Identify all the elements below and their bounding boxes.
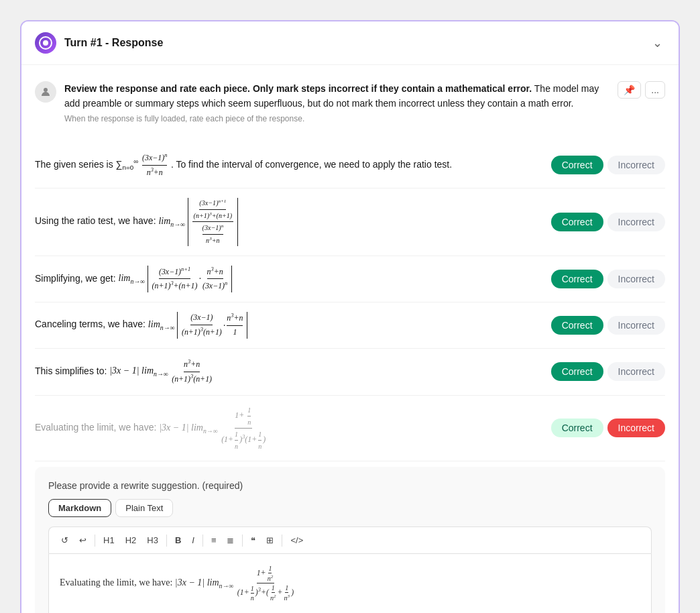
editor-toolbar: ↺ ↩ H1 H2 H3 B I ≡ ≣ ❝ ⊞ </>	[48, 526, 652, 553]
step-row-incorrect: Evaluating the limit, we have: |3x − 1| …	[35, 396, 665, 462]
svg-point-1	[43, 40, 48, 46]
toolbar-divider	[166, 535, 167, 547]
toolbar-divider	[242, 535, 243, 547]
toolbar-ul[interactable]: ≡	[207, 533, 221, 548]
turn-header-left: Turn #1 - Response	[35, 32, 163, 54]
toolbar-bold[interactable]: B	[171, 533, 185, 548]
step-row: Canceling terms, we have: limn→∞ (3x−1) …	[35, 302, 665, 349]
toolbar-divider	[95, 535, 95, 547]
toolbar-undo[interactable]: ↩	[75, 533, 91, 548]
instruction-actions: 📌 ...	[618, 81, 665, 99]
step-text: Evaluating the limit, we have: |3x − 1| …	[35, 405, 540, 452]
incorrect-button[interactable]: Incorrect	[607, 213, 665, 231]
step-actions: Correct Incorrect	[551, 316, 665, 335]
step-actions: Correct Incorrect	[551, 362, 665, 381]
correct-button[interactable]: Correct	[551, 270, 603, 288]
correct-button[interactable]: Correct	[551, 362, 603, 381]
step-row: Simplifying, we get: limn→∞ (3x−1)n+1 (n…	[35, 256, 665, 303]
toolbar-table[interactable]: ⊞	[262, 533, 278, 548]
step-text: Simplifying, we get: limn→∞ (3x−1)n+1 (n…	[35, 266, 540, 293]
tab-group: Markdown Plain Text	[48, 499, 652, 517]
tab-markdown[interactable]: Markdown	[48, 499, 111, 517]
collapse-button[interactable]: ⌄	[650, 33, 665, 53]
toolbar-divider	[202, 535, 203, 547]
rewrite-label: Please provide a rewrite suggestion. (re…	[48, 480, 652, 491]
step-actions: Correct Incorrect	[551, 213, 665, 231]
step-actions: Correct Incorrect	[551, 270, 665, 288]
instruction-content: Review the response and rate each piece.…	[64, 81, 609, 123]
instruction-main: Review the response and rate each piece.…	[64, 81, 609, 111]
step-row: This simplifies to: |3x − 1| limn→∞ n3+n…	[35, 349, 665, 396]
step-row: Using the ratio test, we have: limn→∞ (3…	[35, 188, 665, 256]
correct-button[interactable]: Correct	[551, 419, 603, 437]
step-row: The given series is ∑n=0∞ (3x−1)n n3+n .…	[35, 142, 665, 189]
step-text: Canceling terms, we have: limn→∞ (3x−1) …	[35, 312, 540, 339]
toolbar-h3[interactable]: H3	[143, 533, 162, 548]
instruction-bold: Review the response and rate each piece.…	[64, 83, 532, 94]
tab-plaintext[interactable]: Plain Text	[115, 499, 173, 517]
user-avatar	[35, 81, 56, 103]
instruction-sub: When the response is fully loaded, rate …	[64, 114, 609, 123]
correct-button[interactable]: Correct	[551, 156, 603, 174]
step-actions: Correct Incorrect	[551, 156, 665, 174]
incorrect-button[interactable]: Incorrect	[607, 419, 665, 437]
correct-button[interactable]: Correct	[551, 213, 603, 231]
turn-card: Turn #1 - Response ⌄ Review the response…	[20, 20, 680, 613]
step-actions: Correct Incorrect	[551, 419, 665, 437]
turn-body: Review the response and rate each piece.…	[21, 65, 679, 613]
editor-content[interactable]: Evaluating the limit, we have: |3x − 1| …	[48, 553, 652, 613]
logo-icon	[35, 32, 56, 54]
toolbar-quote[interactable]: ❝	[247, 533, 259, 548]
incorrect-button[interactable]: Incorrect	[607, 316, 665, 335]
pin-button[interactable]: 📌	[618, 81, 641, 99]
toolbar-refresh[interactable]: ↺	[57, 533, 72, 548]
toolbar-h2[interactable]: H2	[121, 533, 141, 548]
step-text: Using the ratio test, we have: limn→∞ (3…	[35, 198, 540, 245]
step-text: The given series is ∑n=0∞ (3x−1)n n3+n .…	[35, 152, 540, 179]
incorrect-button[interactable]: Incorrect	[607, 270, 665, 288]
turn-title: Turn #1 - Response	[64, 37, 163, 49]
toolbar-divider	[282, 535, 282, 547]
rewrite-section: Please provide a rewrite suggestion. (re…	[35, 467, 665, 613]
svg-point-2	[44, 88, 48, 92]
instruction-box: Review the response and rate each piece.…	[35, 81, 665, 123]
more-button[interactable]: ...	[645, 81, 665, 99]
turn-header: Turn #1 - Response ⌄	[21, 21, 679, 65]
incorrect-button[interactable]: Incorrect	[607, 362, 665, 381]
page-wrapper: Turn #1 - Response ⌄ Review the response…	[13, 13, 687, 613]
toolbar-code[interactable]: </>	[286, 533, 307, 548]
toolbar-ol[interactable]: ≣	[223, 533, 238, 548]
incorrect-button[interactable]: Incorrect	[607, 156, 665, 174]
editor-formula: Evaluating the limit, we have: |3x − 1| …	[60, 565, 640, 602]
toolbar-italic[interactable]: I	[188, 533, 198, 548]
step-text: This simplifies to: |3x − 1| limn→∞ n3+n…	[35, 358, 540, 386]
toolbar-h1[interactable]: H1	[99, 533, 119, 548]
correct-button[interactable]: Correct	[551, 316, 603, 335]
